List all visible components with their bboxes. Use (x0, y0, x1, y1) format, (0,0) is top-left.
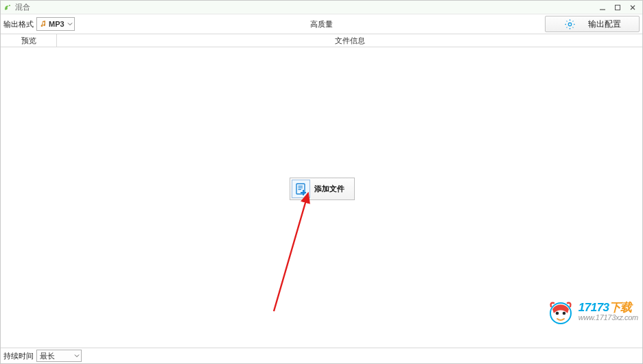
annotation-arrow (267, 188, 318, 315)
output-format-select[interactable]: MP3 (36, 17, 75, 31)
duration-value: 最长 (40, 351, 55, 361)
watermark-brand: 17173下载 (578, 302, 638, 314)
watermark-url: www.17173xz.com (578, 314, 638, 322)
gear-icon (564, 19, 576, 30)
close-button[interactable] (625, 2, 640, 13)
tab-file-info[interactable]: 文件信息 (57, 34, 642, 47)
watermark: 17173下载 www.17173xz.com (547, 298, 638, 326)
toolbar: 输出格式 MP3 高质量 输出配置 (1, 14, 642, 34)
add-file-label: 添加文件 (314, 184, 344, 194)
music-note-icon (39, 20, 47, 28)
tab-preview[interactable]: 预览 (1, 34, 57, 47)
app-icon (3, 3, 12, 12)
titlebar: 混合 (1, 1, 642, 14)
output-format-label: 输出格式 (3, 19, 34, 29)
duration-select[interactable]: 最长 (36, 350, 82, 362)
add-file-button[interactable]: 添加文件 (290, 178, 355, 200)
minimize-button[interactable] (595, 2, 610, 13)
tab-header-row: 预览 文件信息 (1, 34, 642, 47)
svg-point-15 (562, 312, 565, 315)
output-config-button[interactable]: 输出配置 (545, 16, 640, 32)
window-title: 混合 (15, 2, 30, 12)
duration-label: 持续时间 (3, 351, 34, 361)
svg-point-5 (568, 23, 571, 25)
chevron-down-icon (74, 353, 80, 359)
mascot-icon (547, 298, 574, 326)
svg-line-12 (274, 193, 308, 311)
chevron-down-icon (67, 21, 73, 27)
maximize-button[interactable] (610, 2, 625, 13)
main-area: 添加文件 17173下载 www.17173 (1, 47, 642, 348)
svg-rect-2 (616, 5, 620, 10)
svg-point-0 (9, 5, 10, 6)
output-config-label: 输出配置 (588, 19, 621, 30)
output-format-value: MP3 (49, 20, 65, 28)
add-file-icon (292, 180, 310, 198)
bottom-bar: 持续时间 最长 (1, 348, 642, 363)
quality-label: 高质量 (310, 19, 333, 29)
svg-point-14 (555, 312, 559, 315)
